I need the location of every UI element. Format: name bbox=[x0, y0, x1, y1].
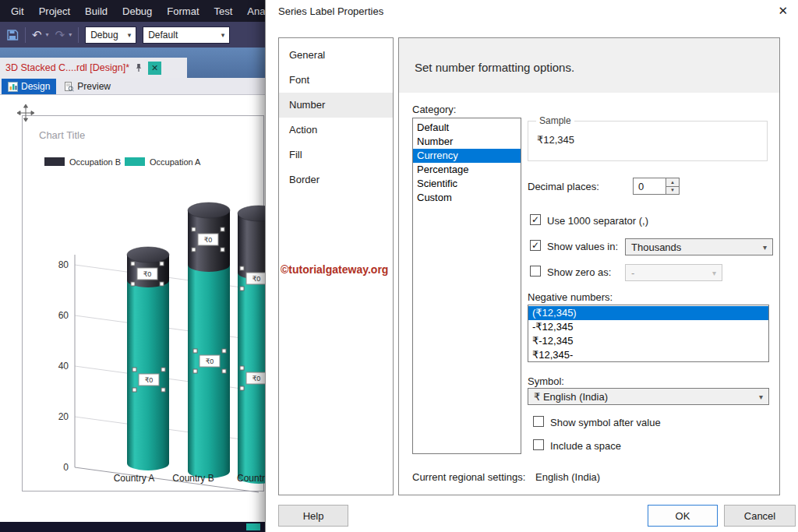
category-option-number[interactable]: Number bbox=[413, 135, 521, 149]
decimal-places-value[interactable]: 0 bbox=[634, 178, 666, 194]
nav-item-font[interactable]: Font bbox=[279, 68, 393, 93]
series-label-properties-dialog: Series Label Properties ✕ General Font N… bbox=[265, 0, 798, 532]
regional-settings-label: Current regional settings: bbox=[412, 471, 525, 483]
screen: Git Project Build Debug Format Test Anal… bbox=[0, 0, 798, 532]
category-option-default[interactable]: Default bbox=[413, 121, 521, 135]
cylinder-country-c[interactable] bbox=[238, 206, 269, 484]
sample-value: ₹12,345 bbox=[537, 134, 574, 146]
show-values-in-label: Show values in: bbox=[547, 241, 618, 252]
menu-item-git[interactable]: Git bbox=[11, 5, 24, 17]
chevron-down-icon: ▾ bbox=[763, 243, 767, 252]
toolbar-separator bbox=[25, 27, 26, 43]
show-symbol-after-value-label: Show symbol after value bbox=[550, 417, 661, 428]
chart-object[interactable]: Chart Title Occupation B Occupation A 80… bbox=[0, 95, 269, 532]
close-icon[interactable]: ✕ bbox=[778, 4, 788, 18]
legend-swatch-occupation-a bbox=[125, 157, 145, 166]
nav-item-number[interactable]: Number bbox=[279, 93, 393, 118]
menu-item-format[interactable]: Format bbox=[167, 5, 199, 17]
scrollbar-thumb[interactable] bbox=[246, 523, 260, 530]
negative-option-symbol-minus[interactable]: ₹-12,345 bbox=[528, 334, 768, 348]
debug-combobox-value: Debug bbox=[90, 30, 118, 41]
configuration-combobox-value: Default bbox=[148, 30, 178, 41]
chart-title[interactable]: Chart Title bbox=[39, 129, 85, 141]
show-zero-as-checkbox[interactable] bbox=[530, 266, 541, 277]
show-values-in-dropdown[interactable]: Thousands ▾ bbox=[625, 238, 773, 255]
legend-swatch-occupation-b bbox=[44, 157, 65, 166]
ok-button[interactable]: OK bbox=[648, 505, 718, 527]
nav-item-fill[interactable]: Fill bbox=[279, 143, 393, 167]
menu-item-build[interactable]: Build bbox=[85, 5, 108, 17]
menu-item-debug[interactable]: Debug bbox=[122, 5, 152, 17]
decimal-places-stepper[interactable]: 0 ▲ ▼ bbox=[633, 178, 680, 195]
negative-option-trailing-minus[interactable]: ₹12,345- bbox=[528, 348, 768, 362]
show-zero-as-value: - bbox=[631, 267, 634, 279]
show-symbol-after-value-checkbox[interactable] bbox=[533, 416, 544, 427]
design-surface: Chart Title Occupation B Occupation A 80… bbox=[0, 95, 269, 532]
stepper-up-icon[interactable]: ▲ bbox=[666, 178, 679, 186]
tab-design[interactable]: Design bbox=[2, 79, 56, 94]
x-label-country-a: Country A bbox=[114, 473, 155, 484]
show-values-in-value: Thousands bbox=[631, 241, 681, 253]
decimal-places-label: Decimal places: bbox=[528, 181, 599, 192]
header-band: Set number formatting options. bbox=[399, 38, 779, 93]
sample-groupbox: Sample ₹12,345 bbox=[528, 121, 768, 161]
dialog-title: Series Label Properties bbox=[278, 5, 383, 17]
nav-item-border[interactable]: Border bbox=[279, 167, 393, 192]
nav-item-general[interactable]: General bbox=[279, 43, 393, 68]
page-title: Set number formatting options. bbox=[415, 61, 574, 74]
nav-item-action[interactable]: Action bbox=[279, 118, 393, 143]
designer-bottom-bar bbox=[0, 522, 269, 532]
show-values-in-checkbox[interactable]: ✓ bbox=[530, 240, 541, 251]
category-listbox: Default Number Currency Percentage Scien… bbox=[412, 118, 521, 454]
undo-dropdown-icon[interactable]: ▾ bbox=[46, 31, 49, 38]
use-1000-separator-checkbox[interactable]: ✓ bbox=[530, 214, 541, 225]
cylinder-country-a[interactable] bbox=[127, 247, 169, 470]
save-icon[interactable] bbox=[6, 29, 19, 41]
document-tab-title: 3D Stacked C....rdl [Design]* bbox=[5, 62, 129, 73]
symbol-value: ₹ English (India) bbox=[534, 391, 608, 403]
tab-preview[interactable]: Preview bbox=[58, 79, 117, 94]
legend-label-occupation-a: Occupation A bbox=[150, 157, 201, 167]
include-a-space-checkbox[interactable] bbox=[533, 439, 544, 450]
regional-settings-value: English (India) bbox=[535, 471, 600, 483]
tab-preview-label: Preview bbox=[77, 81, 111, 92]
category-option-custom[interactable]: Custom bbox=[413, 191, 521, 205]
negative-option-leading-minus[interactable]: -₹12,345 bbox=[528, 320, 768, 334]
toolbar-separator bbox=[78, 27, 79, 43]
y-tick: 60 bbox=[58, 310, 69, 321]
stepper-down-icon[interactable]: ▼ bbox=[666, 186, 679, 195]
symbol-label: Symbol: bbox=[528, 375, 564, 387]
x-axis-labels: Country A Country B Countr bbox=[114, 473, 265, 484]
x-label-country-c: Countr bbox=[237, 473, 265, 484]
pin-icon[interactable] bbox=[134, 63, 143, 72]
svg-text:₹0: ₹0 bbox=[145, 376, 154, 384]
undo-icon[interactable]: ↶ bbox=[32, 29, 42, 41]
close-icon[interactable]: ✕ bbox=[148, 62, 161, 75]
redo-dropdown-icon[interactable]: ▾ bbox=[69, 31, 72, 38]
svg-text:₹0: ₹0 bbox=[143, 270, 152, 278]
svg-text:₹0: ₹0 bbox=[252, 375, 261, 382]
dialog-content: Set number formatting options. Category:… bbox=[398, 37, 780, 495]
category-label: Category: bbox=[412, 104, 456, 115]
view-tabs: Design Preview bbox=[0, 78, 269, 95]
svg-text:₹0: ₹0 bbox=[204, 236, 213, 244]
category-option-scientific[interactable]: Scientific bbox=[413, 177, 521, 191]
menu-item-project[interactable]: Project bbox=[39, 5, 70, 17]
sample-label: Sample bbox=[536, 115, 574, 126]
category-option-percentage[interactable]: Percentage bbox=[413, 163, 521, 177]
use-1000-separator-label: Use 1000 separator (,) bbox=[547, 215, 648, 227]
redo-icon[interactable]: ↷ bbox=[55, 29, 65, 41]
watermark: ©tutorialgateway.org bbox=[281, 263, 388, 276]
configuration-combobox[interactable]: Default ▾ bbox=[143, 26, 230, 44]
negative-option-parentheses[interactable]: (₹12,345) bbox=[528, 306, 768, 320]
document-tab[interactable]: 3D Stacked C....rdl [Design]* ✕ bbox=[0, 58, 187, 78]
y-tick: 0 bbox=[63, 462, 69, 473]
symbol-dropdown[interactable]: ₹ English (India) ▾ bbox=[528, 388, 769, 405]
cancel-button[interactable]: Cancel bbox=[724, 505, 796, 527]
tab-design-label: Design bbox=[21, 81, 50, 92]
category-option-currency[interactable]: Currency bbox=[413, 149, 521, 163]
design-chart-icon bbox=[8, 82, 18, 92]
help-button[interactable]: Help bbox=[278, 505, 348, 527]
debug-combobox[interactable]: Debug ▾ bbox=[85, 26, 136, 44]
menu-item-test[interactable]: Test bbox=[214, 5, 233, 17]
